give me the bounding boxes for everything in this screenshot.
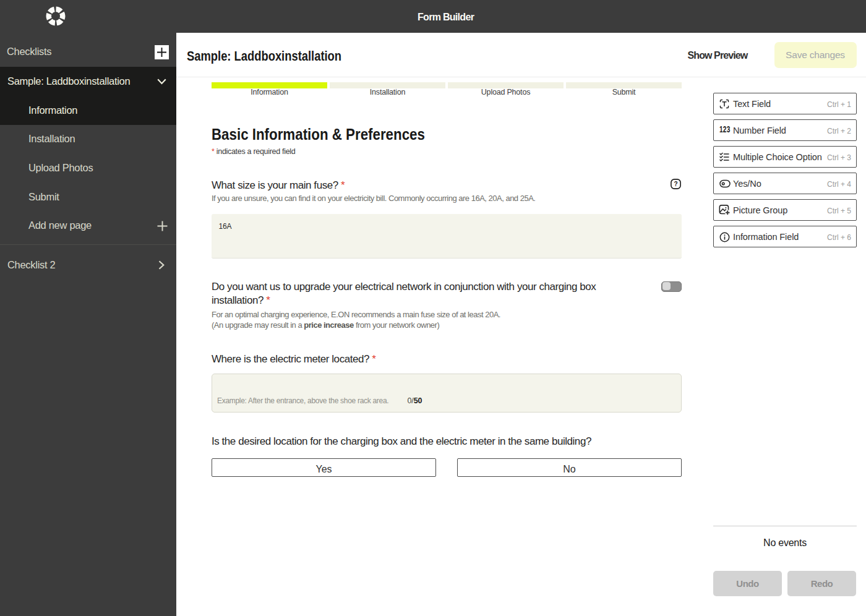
svg-text:123: 123 (719, 125, 730, 134)
svg-text:?: ? (674, 181, 677, 187)
